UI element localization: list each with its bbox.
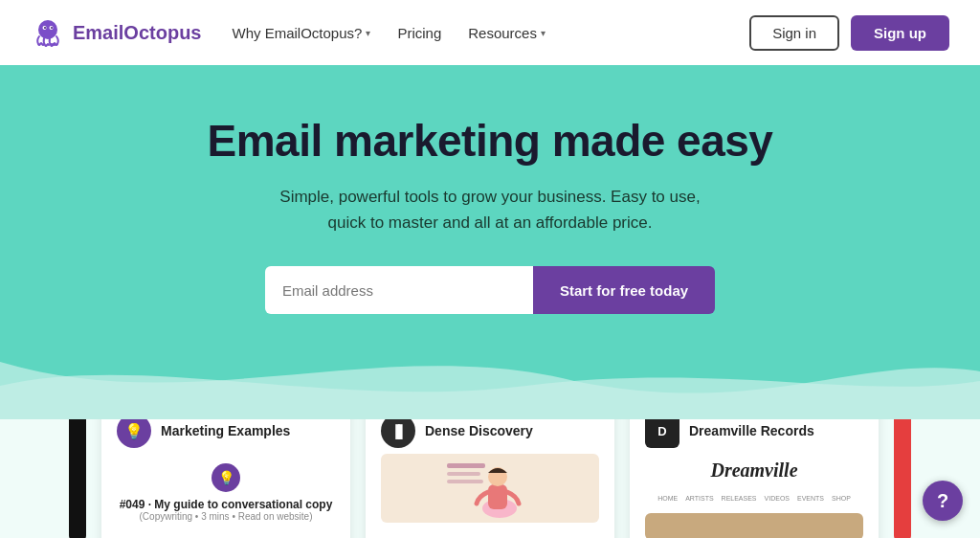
card-title-marketing: Marketing Examples — [161, 423, 290, 438]
hero-wave — [0, 333, 980, 419]
card-dreamville[interactable]: D Dreamville Records Dreamville Home Art… — [630, 419, 879, 538]
logo[interactable]: EmailOctopus — [31, 15, 201, 50]
dreamville-wordmark-area: Dreamville — [645, 460, 863, 482]
svg-rect-9 — [447, 463, 485, 468]
svg-rect-7 — [488, 484, 507, 509]
card-body-icon-area: 💡 — [117, 463, 335, 492]
nav-why-emailoctopus[interactable]: Why EmailOctopus? ▾ — [232, 25, 370, 41]
email-input[interactable] — [265, 266, 533, 314]
cards-section: 💡 Marketing Examples 💡 #049 · My guide t… — [0, 419, 980, 538]
card-header-dreamville: D Dreamville Records — [645, 419, 863, 448]
card-header: 💡 Marketing Examples — [117, 419, 335, 448]
card-illustration-dense — [381, 454, 599, 523]
card-post-meta: (Copywriting • 3 mins • Read on website) — [117, 511, 335, 522]
navbar: EmailOctopus Why EmailOctopus? ▾ Pricing… — [0, 0, 980, 65]
dreamville-image-placeholder — [645, 513, 863, 538]
nav-actions: Sign in Sign up — [749, 15, 949, 51]
card-dense-discovery[interactable]: ▐▌ Dense Discovery — [366, 419, 614, 538]
card-icon-marketing: 💡 — [117, 419, 151, 448]
hero-section: Email marketing made easy Simple, powerf… — [0, 65, 980, 419]
hero-heading: Email marketing made easy — [208, 115, 773, 167]
dreamville-nav-shop: Shop — [832, 495, 851, 502]
signup-button[interactable]: Sign up — [851, 15, 949, 51]
svg-point-3 — [44, 27, 46, 29]
card-body-circle-icon: 💡 — [212, 463, 240, 492]
svg-rect-10 — [447, 472, 480, 476]
card-header-dense: ▐▌ Dense Discovery — [381, 419, 599, 448]
octopus-icon — [31, 15, 65, 50]
dreamville-wordmark: Dreamville — [710, 460, 797, 482]
signin-button[interactable]: Sign in — [749, 15, 839, 51]
dreamville-nav-releases: Releases — [722, 495, 757, 502]
dreamville-nav: Home Artists Releases Videos Events Shop — [645, 495, 863, 502]
dreamville-nav-artists: Artists — [685, 495, 713, 502]
partial-card-right — [894, 419, 911, 538]
help-button[interactable]: ? — [923, 481, 963, 521]
svg-rect-11 — [447, 480, 483, 483]
svg-point-0 — [38, 20, 57, 39]
chevron-down-icon: ▾ — [541, 28, 546, 38]
partial-card-left — [69, 419, 86, 538]
card-body-marketing: 💡 #049 · My guide to conversational copy… — [117, 460, 335, 522]
nav-pricing[interactable]: Pricing — [397, 25, 441, 41]
hero-subheading: Simple, powerful tools to grow your busi… — [260, 184, 720, 235]
hero-form: Start for free today — [265, 266, 715, 314]
card-marketing-examples[interactable]: 💡 Marketing Examples 💡 #049 · My guide t… — [101, 419, 350, 538]
cta-button[interactable]: Start for free today — [533, 266, 715, 314]
nav-resources[interactable]: Resources ▾ — [468, 25, 546, 41]
dreamville-nav-home: Home — [657, 495, 678, 502]
svg-point-4 — [51, 27, 53, 29]
card-post-title: #049 · My guide to conversational copy — [117, 498, 335, 511]
card-title-dense: Dense Discovery — [425, 423, 533, 438]
card-title-dreamville: Dreamville Records — [689, 423, 814, 438]
brand-name: EmailOctopus — [73, 22, 201, 44]
dreamville-nav-videos: Videos — [765, 495, 790, 502]
card-icon-dense: ▐▌ — [381, 419, 415, 448]
dreamville-nav-events: Events — [797, 495, 824, 502]
card-icon-dreamville: D — [645, 419, 679, 448]
chevron-down-icon: ▾ — [366, 28, 370, 38]
nav-links: Why EmailOctopus? ▾ Pricing Resources ▾ — [232, 25, 749, 41]
